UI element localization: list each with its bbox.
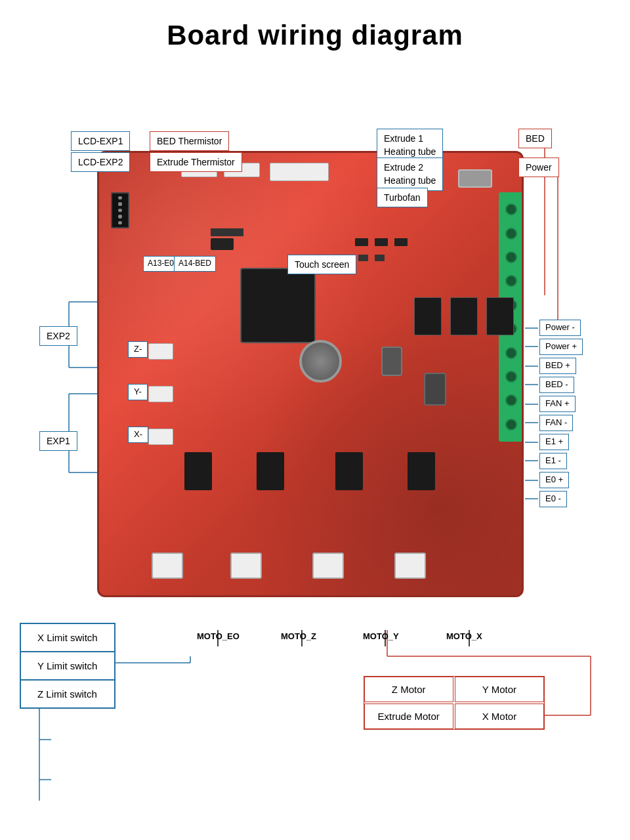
label-power-plus: Power + (539, 339, 583, 355)
label-exp2: EXP2 (39, 326, 77, 346)
label-turbofan: Turbofan (377, 188, 428, 207)
label-y-limit: Y Limit switch (20, 652, 115, 680)
label-bed-minus: BED - (539, 377, 574, 393)
label-z-minus: Z- (128, 341, 148, 358)
label-z-limit: Z Limit switch (20, 680, 115, 708)
label-touch-screen: Touch screen (287, 255, 356, 274)
diagram-container: Board wiring diagram (0, 0, 630, 788)
label-x-motor: X Motor (455, 704, 544, 729)
label-bed-top: BED (518, 129, 552, 148)
label-moto-z: MOTO_Z (281, 631, 316, 641)
label-power-top: Power (518, 158, 559, 177)
page-title: Board wiring diagram (0, 0, 630, 64)
label-e1-minus: E1 - (539, 453, 567, 469)
label-lcd-exp2: LCD-EXP2 (71, 152, 130, 172)
label-extrude-thermistor: Extrude Thermistor (150, 152, 242, 172)
label-power-minus: Power - (539, 320, 581, 336)
label-bed-thermistor: BED Thermistor (150, 131, 229, 151)
label-x-minus: X- (128, 427, 148, 443)
label-x-limit: X Limit switch (20, 623, 115, 652)
pcb-board (97, 151, 524, 597)
label-fan-plus: FAN + (539, 396, 576, 412)
label-e0-minus: E0 - (539, 491, 567, 507)
label-y-minus: Y- (128, 384, 148, 400)
label-a13-e0: A13-E0 (143, 256, 178, 272)
label-a14-bed: A14-BED (174, 256, 216, 272)
label-exp1: EXP1 (39, 431, 77, 451)
label-fan-minus: FAN - (539, 415, 573, 431)
label-y-motor: Y Motor (455, 677, 544, 702)
limit-switch-section: X Limit switch Y Limit switch Z Limit sw… (20, 623, 116, 709)
label-moto-y: MOTO_Y (363, 631, 399, 641)
motor-section: Z Motor Y Motor Extrude Motor X Motor (364, 676, 545, 730)
label-z-motor: Z Motor (364, 677, 453, 702)
label-e0-plus: E0 + (539, 472, 569, 488)
label-bed-plus: BED + (539, 358, 576, 374)
label-extrude-motor: Extrude Motor (364, 704, 453, 729)
label-moto-e0: MOTO_EO (197, 631, 240, 641)
label-lcd-exp1: LCD-EXP1 (71, 131, 130, 151)
label-moto-x: MOTO_X (446, 631, 482, 641)
label-e1-plus: E1 + (539, 434, 569, 450)
label-extrude2-heating: Extrude 2Heating tube (377, 158, 443, 191)
